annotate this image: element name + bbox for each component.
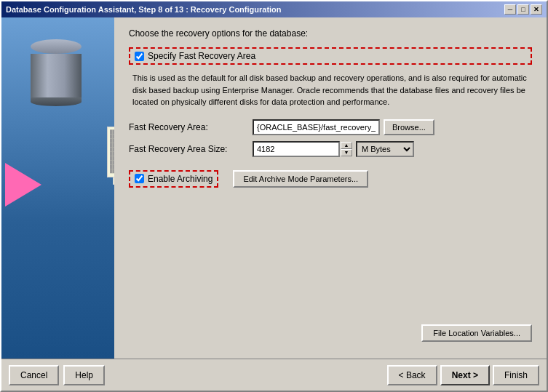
specify-fra-label[interactable]: Specify Fast Recovery Area xyxy=(148,51,255,61)
archive-mode-button[interactable]: Edit Archive Mode Parameters... xyxy=(233,170,368,188)
content-area: ████████████████████████████████████████… xyxy=(1,17,547,359)
fra-input-row: Browse... xyxy=(253,119,434,135)
size-spinner: ▲ ▼ xyxy=(341,142,352,156)
back-button[interactable]: < Back xyxy=(387,365,437,385)
fra-size-input-row: ▲ ▼ M Bytes G Bytes xyxy=(253,141,414,157)
instruction-text: Choose the recovery options for the data… xyxy=(129,28,532,39)
next-button[interactable]: Next > xyxy=(440,365,490,385)
archiving-section: Enable Archiving Edit Archive Mode Param… xyxy=(129,170,532,188)
finish-button[interactable]: Finish xyxy=(493,365,539,385)
fra-size-row: Fast Recovery Area Size: ▲ ▼ M Bytes G B… xyxy=(129,141,532,157)
cancel-button[interactable]: Cancel xyxy=(9,365,59,385)
fra-size-label: Fast Recovery Area Size: xyxy=(129,144,253,154)
help-button[interactable]: Help xyxy=(63,365,105,385)
file-location-button[interactable]: File Location Variables... xyxy=(421,324,532,342)
minimize-button[interactable]: ─ xyxy=(504,4,516,15)
description-text: This is used as the default for all disk… xyxy=(129,72,532,108)
specify-fra-checkbox[interactable] xyxy=(135,52,144,61)
units-select[interactable]: M Bytes G Bytes xyxy=(356,141,414,157)
browse-button[interactable]: Browse... xyxy=(384,119,434,135)
file-location-area: File Location Variables... xyxy=(129,324,532,342)
bottom-nav-buttons: < Back Next > Finish xyxy=(387,365,539,385)
enable-archiving-checkbox[interactable] xyxy=(135,174,144,183)
window-title: Database Configuration Assistant, Step 8… xyxy=(6,5,282,14)
fra-label: Fast Recovery Area: xyxy=(129,122,253,132)
title-bar: Database Configuration Assistant, Step 8… xyxy=(1,1,547,17)
fra-input[interactable] xyxy=(253,119,380,135)
database-graphic xyxy=(27,39,85,106)
specify-fra-section: Specify Fast Recovery Area xyxy=(129,47,532,65)
fra-row: Fast Recovery Area: Browse... xyxy=(129,119,532,135)
spinner-up[interactable]: ▲ xyxy=(341,142,352,149)
left-panel: ████████████████████████████████████████… xyxy=(1,17,114,359)
maximize-button[interactable]: □ xyxy=(517,4,529,15)
main-window: Database Configuration Assistant, Step 8… xyxy=(0,0,548,392)
arrow-icon xyxy=(5,163,41,207)
title-bar-buttons: ─ □ ✕ xyxy=(504,4,542,15)
enable-archiving-label[interactable]: Enable Archiving xyxy=(148,174,213,184)
enable-archiving-checkbox-area: Enable Archiving xyxy=(129,170,218,188)
right-panel: Choose the recovery options for the data… xyxy=(114,17,547,359)
spinner-down[interactable]: ▼ xyxy=(341,149,352,156)
fra-size-input[interactable] xyxy=(253,141,340,157)
bottom-bar: Cancel Help < Back Next > Finish xyxy=(1,359,547,391)
close-button[interactable]: ✕ xyxy=(531,4,542,15)
bottom-left-buttons: Cancel Help xyxy=(9,365,105,385)
